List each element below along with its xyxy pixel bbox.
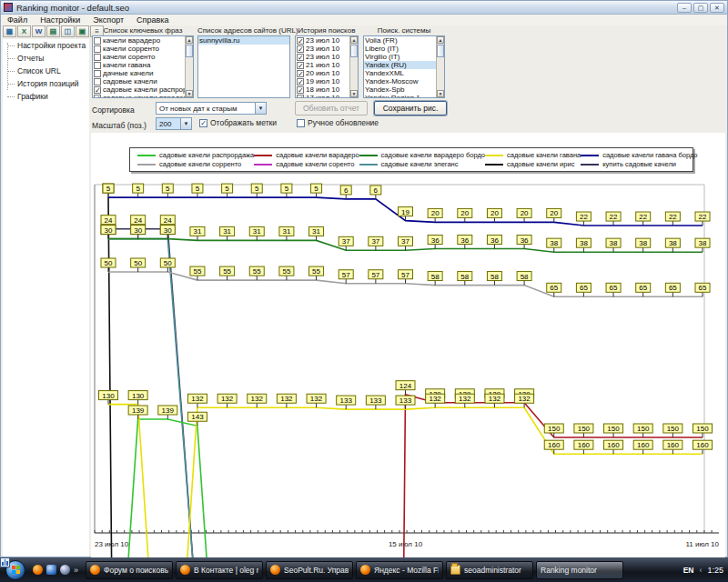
- menu-item-2[interactable]: Экспорт: [86, 15, 130, 25]
- url-row[interactable]: sunnyvilla.ru: [198, 36, 289, 45]
- history-row[interactable]: 21 июл 10: [296, 61, 358, 69]
- history-checkbox[interactable]: [297, 86, 304, 94]
- sidebar-item-0[interactable]: Настройки проекта: [3, 39, 89, 52]
- save-picture-button[interactable]: Сохранить рис.: [374, 101, 447, 115]
- taskbar-task-1[interactable]: В Контакте | oleg m...: [176, 561, 263, 579]
- history-checkbox[interactable]: [297, 37, 304, 45]
- scale-combobox[interactable]: 200 ▼: [156, 117, 192, 130]
- engines-listbox[interactable]: Voila (FR)Libero (IT)Virgilio (IT)Yandex…: [363, 35, 445, 98]
- language-indicator[interactable]: EN: [683, 566, 694, 575]
- scrollbar[interactable]: ▲▼: [185, 36, 193, 97]
- maximize-button[interactable]: ▢: [693, 3, 708, 13]
- history-row[interactable]: 17 июл 10: [296, 94, 358, 98]
- export-word-icon[interactable]: W: [32, 25, 46, 37]
- engine-row[interactable]: YandexXML: [364, 69, 444, 77]
- sidebar-item-2[interactable]: Список URL: [3, 65, 89, 77]
- history-row[interactable]: 23 июл 10: [296, 45, 358, 53]
- phrase-checkbox[interactable]: [94, 86, 101, 94]
- history-row[interactable]: 23 июл 10: [296, 53, 358, 61]
- scroll-up-icon[interactable]: ▲: [186, 36, 193, 44]
- scroll-thumb[interactable]: [437, 45, 444, 57]
- sidebar-item-1[interactable]: Отчеты: [3, 52, 89, 65]
- engine-row[interactable]: Virgilio (IT): [364, 53, 444, 61]
- taskbar-task-0[interactable]: Форум о поисковы...: [86, 561, 173, 579]
- phrase-row[interactable]: качели варадеро: [93, 36, 193, 45]
- scale-combo-arrow-icon[interactable]: ▼: [180, 118, 191, 129]
- phrase-row[interactable]: дачные качели: [93, 69, 193, 77]
- phrase-row[interactable]: качели сорренто: [93, 45, 193, 53]
- phrase-checkbox[interactable]: [94, 45, 101, 53]
- phrase-row[interactable]: садовые качели: [93, 77, 193, 85]
- engine-row[interactable]: Yandex (RU): [364, 61, 444, 69]
- engine-row[interactable]: Yandex-Moscow: [364, 77, 444, 85]
- show-marks-checkbox[interactable]: [199, 119, 207, 127]
- history-checkbox[interactable]: [297, 45, 304, 53]
- quick-launch-desktop-icon[interactable]: [46, 565, 56, 575]
- history-checkbox[interactable]: [297, 78, 304, 85]
- menu-item-3[interactable]: Справка: [130, 15, 175, 25]
- save-image-icon[interactable]: ▣: [76, 25, 89, 37]
- scroll-thumb[interactable]: [350, 45, 358, 57]
- svg-text:6: 6: [344, 186, 349, 195]
- menu-item-1[interactable]: Настройки: [34, 15, 86, 25]
- toolbar: ▦XW▤◫▣≡: [3, 25, 104, 39]
- sort-combobox[interactable]: От новых дат к старым ▼: [156, 102, 267, 115]
- scroll-down-icon[interactable]: ▼: [437, 90, 444, 97]
- export-excel-icon[interactable]: X: [17, 25, 31, 37]
- phrases-listbox[interactable]: качели варадерокачели соррентокачели сор…: [92, 35, 194, 98]
- phrase-checkbox[interactable]: [94, 78, 101, 85]
- scroll-thumb[interactable]: [186, 45, 193, 57]
- scrollbar[interactable]: ▲▼: [349, 36, 358, 97]
- history-checkbox[interactable]: [297, 54, 304, 61]
- history-checkbox[interactable]: [297, 62, 304, 69]
- scroll-down-icon[interactable]: ▼: [186, 90, 193, 97]
- history-checkbox[interactable]: [297, 95, 304, 99]
- manual-update-option[interactable]: Ручное обновление: [297, 118, 379, 127]
- phrase-row[interactable]: садовые качели варадеро: [93, 94, 193, 98]
- minimize-button[interactable]: –: [677, 3, 692, 13]
- engine-row[interactable]: Yandex Region 1: [364, 94, 444, 98]
- history-row[interactable]: 20 июл 10: [296, 69, 358, 77]
- history-row[interactable]: 18 июл 10: [296, 85, 358, 94]
- history-listbox[interactable]: 23 июл 1023 июл 1023 июл 1021 июл 1020 и…: [295, 35, 359, 98]
- phrase-row[interactable]: садовые качели распрордажа: [93, 85, 193, 94]
- sort-combo-arrow-icon[interactable]: ▼: [255, 103, 266, 114]
- menu-item-0[interactable]: Файл: [1, 15, 34, 25]
- legend-label: садовые качели ирис: [507, 160, 574, 168]
- taskbar-task-4[interactable]: seoadministrator: [446, 561, 533, 579]
- quick-launch-firefox-icon[interactable]: [33, 565, 43, 575]
- taskbar-task-5[interactable]: Ranking monitor: [536, 561, 623, 579]
- taskbar-task-3[interactable]: Яндекс - Mozilla Fir...: [356, 561, 443, 579]
- engine-row[interactable]: Libero (IT): [364, 45, 444, 53]
- scroll-up-icon[interactable]: ▲: [350, 36, 358, 44]
- scroll-down-icon[interactable]: ▼: [350, 90, 358, 97]
- engine-row[interactable]: Voila (FR): [364, 36, 444, 45]
- close-button[interactable]: ✕: [710, 3, 724, 13]
- copy-report-icon[interactable]: ◫: [61, 25, 75, 37]
- phrase-checkbox[interactable]: [94, 62, 101, 69]
- phrase-row[interactable]: качели гавана: [93, 61, 193, 69]
- taskbar-task-2[interactable]: SeoPult.Ru. Управл...: [266, 561, 353, 579]
- phrase-checkbox[interactable]: [94, 54, 101, 61]
- export-html-icon[interactable]: ▤: [46, 25, 60, 37]
- phrase-checkbox[interactable]: [94, 70, 101, 77]
- history-row[interactable]: 23 июл 10: [296, 36, 358, 45]
- scroll-up-icon[interactable]: ▲: [437, 36, 444, 44]
- open-project-icon[interactable]: ▦: [3, 25, 16, 37]
- sidebar-item-3[interactable]: История позиций: [3, 77, 89, 90]
- refresh-report-button[interactable]: Обновить отчет: [295, 101, 368, 115]
- engine-row[interactable]: Yandex-Spb: [364, 85, 444, 94]
- phrase-checkbox[interactable]: [94, 37, 101, 45]
- sidebar-item-4[interactable]: Графики: [3, 90, 89, 103]
- show-marks-option[interactable]: Отображать метки: [199, 118, 277, 127]
- manual-update-checkbox[interactable]: [297, 119, 305, 127]
- history-row[interactable]: 19 июл 10: [296, 77, 358, 85]
- phrase-checkbox[interactable]: [94, 95, 101, 99]
- quick-launch-ie-icon[interactable]: [60, 565, 70, 575]
- urls-listbox[interactable]: sunnyvilla.ru: [197, 35, 290, 98]
- phrase-row[interactable]: качели соренто: [93, 53, 193, 61]
- history-checkbox[interactable]: [297, 70, 304, 77]
- scrollbar[interactable]: ▲▼: [436, 36, 444, 97]
- quick-launch-expand-icon[interactable]: »: [74, 566, 78, 575]
- tray-collapse-icon[interactable]: ‹: [699, 566, 702, 575]
